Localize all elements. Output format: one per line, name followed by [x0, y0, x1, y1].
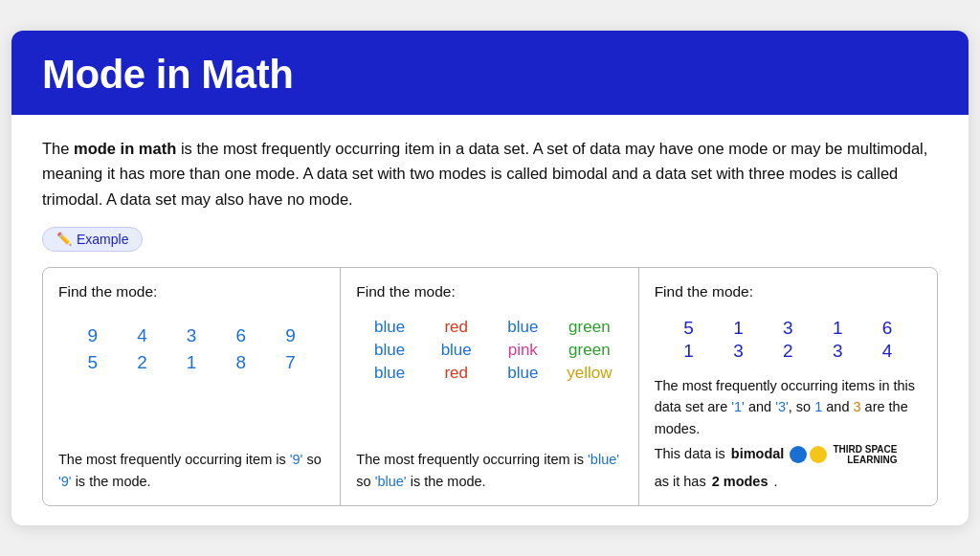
- example3-numbers: 5 1 3 1 6 1 3 2 3 4: [664, 318, 912, 362]
- e3-r8: 3: [853, 399, 860, 414]
- e1-r4: '9': [58, 474, 72, 489]
- example2-label: Find the mode:: [356, 283, 622, 300]
- e3-n3: 3: [763, 318, 813, 339]
- e3-n4: 1: [813, 318, 862, 339]
- e1-n6: 5: [68, 350, 118, 375]
- e1-r5: is the mode.: [72, 474, 151, 489]
- e2-w5: blue: [356, 341, 423, 360]
- tsl-circle-yellow: [810, 446, 827, 463]
- e1-n4: 6: [216, 323, 266, 348]
- e2-w9: blue: [356, 364, 423, 383]
- e1-n8: 1: [167, 350, 216, 375]
- e2-w12: yellow: [556, 364, 623, 383]
- e3-r5: , so: [789, 399, 814, 414]
- e2-w4: green: [556, 318, 623, 337]
- bimodal-row: This data is bimodal THIRD SPACELEARNING…: [655, 443, 922, 492]
- e3-n1: 5: [664, 318, 714, 339]
- e2-r3: so: [356, 474, 374, 489]
- tsl-text: THIRD SPACELEARNING: [833, 444, 897, 465]
- e1-n9: 8: [216, 350, 266, 375]
- e3-n2: 1: [714, 318, 764, 339]
- e3-modes-bold: 2 modes: [712, 471, 768, 492]
- e1-r2: '9': [290, 452, 303, 467]
- e3-n8: 2: [763, 341, 813, 362]
- desc-prefix: The: [42, 140, 74, 157]
- desc-bold: mode in math: [74, 140, 176, 157]
- example1-numbers: 9 4 3 6 9 5 2 1 8 7: [68, 323, 315, 375]
- e2-r4: 'blue': [375, 474, 407, 489]
- e2-w2: red: [423, 318, 490, 337]
- e2-r1: The most frequently occurring item is: [356, 452, 588, 467]
- e1-r1: The most frequently occurring item is: [58, 452, 290, 467]
- example1-result: The most frequently occurring item is '9…: [58, 443, 324, 492]
- example-box-2: Find the mode: blue red blue green blue …: [341, 268, 638, 505]
- e2-r2: 'blue': [588, 452, 619, 467]
- e1-r3: so: [302, 452, 321, 467]
- page-title: Mode in Math: [42, 52, 938, 98]
- e3-b2: as it has: [655, 471, 706, 492]
- tsl-circle-blue: [790, 446, 807, 463]
- e3-n5: 6: [862, 318, 912, 339]
- e2-r5: is the mode.: [407, 474, 486, 489]
- examples-grid: Find the mode: 9 4 3 6 9 5 2 1 8 7 The m…: [42, 267, 938, 506]
- body-section: The mode in math is the most frequently …: [11, 115, 969, 526]
- example2-words: blue red blue green blue blue pink green…: [356, 318, 622, 383]
- example2-result: The most frequently occurring item is 'b…: [356, 443, 622, 492]
- tsl-logo: [790, 446, 827, 463]
- e2-w11: blue: [489, 364, 556, 383]
- example-box-1: Find the mode: 9 4 3 6 9 5 2 1 8 7 The m…: [43, 268, 341, 505]
- e1-n5: 9: [266, 323, 316, 348]
- example3-result: The most frequently occurring items in t…: [655, 369, 922, 492]
- e2-w3: blue: [489, 318, 556, 337]
- main-card: Mode in Math The mode in math is the mos…: [11, 31, 969, 526]
- e3-b1: This data is: [655, 443, 725, 464]
- example-badge[interactable]: ✏️ Example: [42, 227, 143, 252]
- e3-r2: '1': [731, 399, 745, 414]
- example1-label: Find the mode:: [58, 283, 324, 300]
- e2-w8: green: [556, 341, 623, 360]
- header-section: Mode in Math: [11, 31, 969, 115]
- e3-n7: 3: [714, 341, 764, 362]
- e3-b3: .: [774, 471, 778, 492]
- e2-w10: red: [423, 364, 490, 383]
- badge-label: Example: [77, 232, 128, 247]
- e3-bimodal: bimodal: [731, 443, 785, 464]
- example3-label: Find the mode:: [655, 283, 922, 300]
- e3-n6: 1: [664, 341, 714, 362]
- example-box-3: Find the mode: 5 1 3 1 6 1 3 2 3 4 The m…: [639, 268, 937, 505]
- description-text: The mode in math is the most frequently …: [42, 136, 938, 211]
- e3-r7: and: [822, 399, 853, 414]
- e3-r4: '3': [775, 399, 789, 414]
- e3-n9: 3: [813, 341, 862, 362]
- pencil-icon: ✏️: [56, 232, 72, 246]
- e1-n1: 9: [68, 323, 118, 348]
- e3-r6: 1: [814, 399, 822, 414]
- e1-n10: 7: [266, 350, 316, 375]
- e1-n2: 4: [118, 323, 167, 348]
- e2-w6: blue: [423, 341, 490, 360]
- e3-n10: 4: [862, 341, 912, 362]
- e3-r3: and: [745, 399, 775, 414]
- e2-w1: blue: [356, 318, 423, 337]
- e1-n7: 2: [118, 350, 167, 375]
- e1-n3: 3: [167, 323, 216, 348]
- e2-w7: pink: [489, 341, 556, 360]
